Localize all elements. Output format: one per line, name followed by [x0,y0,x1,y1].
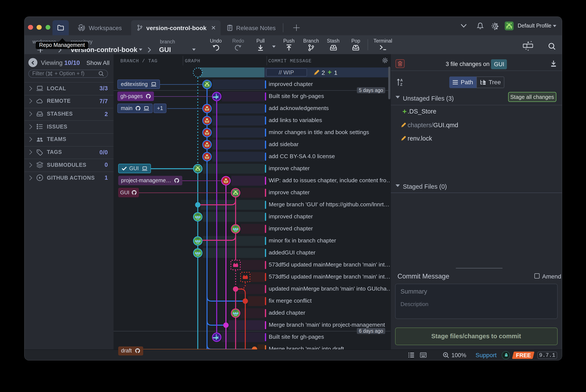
svg-text:Z: Z [400,82,402,86]
svg-text:A: A [400,78,403,82]
